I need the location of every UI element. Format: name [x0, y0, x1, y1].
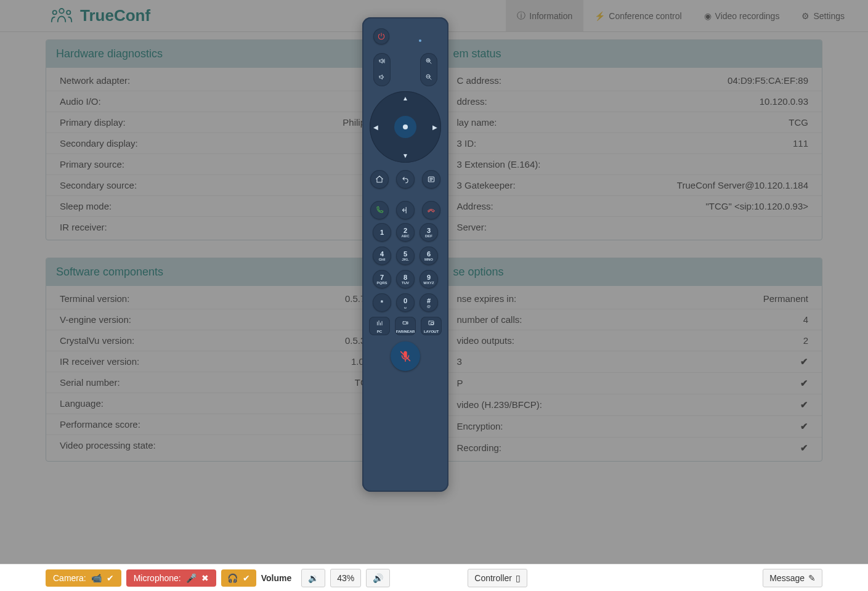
camera-icon: 📹	[91, 573, 102, 583]
remote-dpad-left[interactable]: ◀	[373, 124, 378, 131]
volume-down-button[interactable]: 🔉	[301, 569, 325, 587]
remote-layout-button[interactable]: LAYOUT	[421, 317, 442, 335]
remote-dpad-ok[interactable]	[394, 116, 416, 138]
remote-dpad-up[interactable]: ▲	[402, 95, 408, 102]
volume-up-icon: 🔊	[373, 573, 383, 583]
remote-dpad-down[interactable]: ▼	[402, 152, 408, 159]
remote-led-indicator	[419, 39, 421, 42]
close-icon: ✖	[201, 573, 209, 583]
pencil-icon: ✎	[808, 573, 816, 583]
remote-key-hash[interactable]: #@	[420, 293, 438, 312]
headset-icon: 🎧	[227, 573, 238, 583]
check-icon: ✔	[107, 573, 114, 583]
remote-key-8[interactable]: 8TUV	[396, 270, 415, 288]
remote-control: ▲ ▼ ◀ ▶ 1 2ABC 3DEF 4GHI 5JKL 6MNO 7PQRS…	[362, 17, 448, 492]
label: Camera:	[53, 573, 86, 583]
microphone-status-button[interactable]: Microphone: 🎤 ✖	[126, 569, 216, 587]
remote-volume-rocker[interactable]	[373, 53, 391, 86]
remote-pc-button[interactable]: PC	[369, 317, 390, 335]
remote-key-3[interactable]: 3DEF	[420, 223, 438, 242]
volume-up-button[interactable]: 🔊	[366, 569, 390, 587]
remote-hangup-button[interactable]	[422, 201, 440, 219]
remote-key-9[interactable]: 9WXYZ	[420, 270, 438, 288]
remote-key-star[interactable]: *	[373, 293, 391, 312]
label: Controller	[474, 573, 512, 583]
volume-down-icon: 🔉	[308, 573, 318, 583]
remote-call-button[interactable]	[370, 201, 389, 219]
label: Message	[769, 573, 805, 583]
layout-icon	[428, 319, 435, 328]
remote-farnear-button[interactable]: FAR/NEAR	[395, 317, 416, 335]
zoom-in-icon	[425, 57, 432, 67]
svg-rect-8	[431, 323, 434, 325]
remote-icon: ▯	[516, 573, 521, 583]
zoom-out-icon	[425, 73, 432, 83]
check-icon: ✔	[243, 573, 250, 583]
volume-up-icon	[378, 57, 386, 67]
volume-readout: 43%	[330, 569, 361, 587]
headset-status-button[interactable]: 🎧 ✔	[221, 569, 256, 587]
remote-key-0[interactable]: 0␣	[396, 293, 415, 312]
controller-button[interactable]: Controller ▯	[468, 569, 527, 587]
camera-status-button[interactable]: Camera: 📹 ✔	[46, 569, 121, 587]
remote-key-2[interactable]: 2ABC	[396, 223, 415, 242]
label: Microphone:	[134, 573, 181, 583]
remote-dpad-right[interactable]: ▶	[432, 124, 437, 131]
message-button[interactable]: Message ✎	[763, 569, 822, 587]
remote-key-5[interactable]: 5JKL	[396, 247, 415, 265]
remote-login-button[interactable]	[396, 201, 415, 219]
remote-key-6[interactable]: 6MNO	[420, 247, 438, 265]
bar-chart-icon	[376, 319, 383, 328]
remote-zoom-rocker[interactable]	[420, 53, 437, 86]
remote-key-7[interactable]: 7PQRS	[373, 270, 391, 288]
volume-down-icon	[378, 73, 386, 83]
svg-rect-6	[403, 322, 407, 324]
remote-power-button[interactable]	[373, 28, 389, 44]
remote-menu-button[interactable]	[422, 170, 440, 189]
remote-key-1[interactable]: 1	[373, 223, 391, 242]
camera-control-icon	[402, 319, 409, 328]
volume-label: Volume	[261, 573, 292, 583]
remote-key-4[interactable]: 4GHI	[373, 247, 391, 265]
remote-home-button[interactable]	[370, 170, 389, 189]
remote-dpad: ▲ ▼ ◀ ▶	[370, 91, 441, 163]
bottombar: Camera: 📹 ✔ Microphone: 🎤 ✖ 🎧 ✔ Volume 🔉…	[0, 564, 868, 591]
remote-back-button[interactable]	[396, 170, 415, 189]
remote-keypad: 1 2ABC 3DEF 4GHI 5JKL 6MNO 7PQRS 8TUV 9W…	[373, 223, 438, 312]
mic-icon: 🎤	[186, 573, 197, 583]
remote-mute-button[interactable]	[391, 341, 420, 371]
